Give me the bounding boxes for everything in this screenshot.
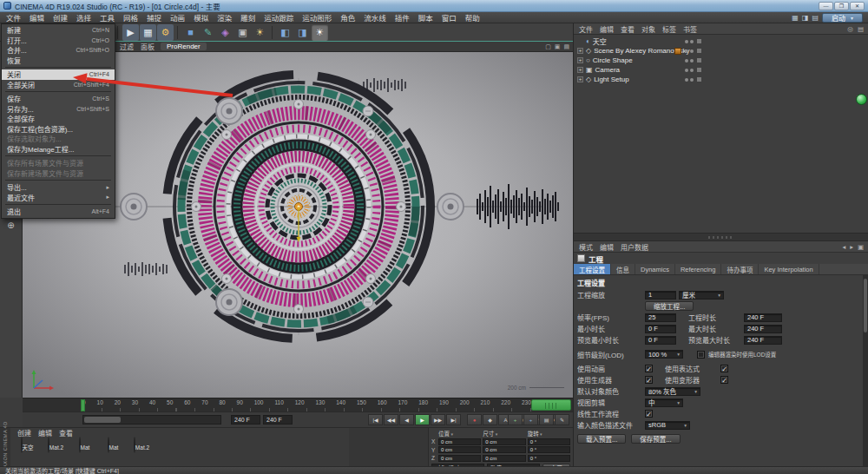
toolbar-separator[interactable] bbox=[177, 26, 178, 39]
menubar-item[interactable]: 运动图形 bbox=[298, 12, 336, 23]
menubar-item[interactable]: 插件 bbox=[391, 12, 414, 23]
goto-start-button[interactable]: |◀ bbox=[368, 414, 383, 425]
expand-toggle[interactable]: + bbox=[577, 76, 583, 82]
lod-editor-checkbox[interactable] bbox=[697, 351, 705, 359]
add-cube-button[interactable]: ■ bbox=[182, 24, 199, 41]
om-filter-icon[interactable]: ▤ bbox=[858, 25, 864, 33]
position-field[interactable]: 0 cm bbox=[438, 455, 481, 462]
object-name[interactable]: Circle Shape bbox=[593, 56, 633, 64]
save-preset-button[interactable]: 保存预置... bbox=[631, 434, 680, 444]
viewport-menu-item[interactable]: 面板 bbox=[137, 42, 158, 51]
preview-range-handle[interactable] bbox=[531, 399, 571, 411]
am-history-forward-icon[interactable]: ▸ bbox=[850, 243, 853, 251]
play-button[interactable]: ▶ bbox=[415, 414, 430, 425]
use-expressions-checkbox[interactable] bbox=[720, 365, 728, 372]
file-menu-item[interactable]: 新建 Ctrl+N bbox=[2, 25, 115, 36]
om-menu-item[interactable]: 书签 bbox=[680, 24, 700, 34]
use-animation-checkbox[interactable] bbox=[645, 365, 653, 372]
visibility-dots[interactable] bbox=[685, 78, 694, 82]
layout-a-icon[interactable]: ◨ bbox=[802, 14, 809, 22]
viewport-toggle-icon[interactable]: ▢ bbox=[545, 43, 551, 50]
display-mode-a-button[interactable]: ◧ bbox=[277, 24, 293, 41]
display-mode-b-button[interactable]: ◨ bbox=[294, 24, 311, 41]
expand-toggle[interactable]: + bbox=[577, 67, 583, 73]
enable-toggle[interactable] bbox=[697, 68, 701, 72]
om-search-icon[interactable]: ◎ bbox=[847, 25, 853, 33]
rotation-field[interactable]: 0 ° bbox=[528, 455, 570, 462]
am-menu-item[interactable]: 用户数据 bbox=[617, 242, 652, 252]
file-menu-item[interactable]: 保存选取对象为... bbox=[2, 134, 115, 144]
om-menu-item[interactable]: 查看 bbox=[617, 24, 638, 34]
file-menu-item[interactable]: 另存为... Ctrl+Shift+S bbox=[2, 104, 115, 115]
visibility-dots[interactable] bbox=[685, 59, 694, 63]
material-swatch[interactable]: Mat.2 bbox=[129, 438, 154, 453]
size-field[interactable]: 0 cm bbox=[483, 438, 525, 445]
scale-project-button[interactable]: 缩放工程... bbox=[645, 301, 694, 311]
menubar-item[interactable]: 流水线 bbox=[359, 12, 391, 23]
file-menu-item[interactable] bbox=[5, 204, 111, 205]
file-menu-item[interactable] bbox=[5, 91, 111, 92]
render-view-button[interactable]: ▶ bbox=[122, 24, 139, 41]
attribute-scrollbar[interactable] bbox=[863, 275, 868, 466]
record-keyframe-button[interactable]: ● bbox=[467, 414, 482, 425]
material-menu-item[interactable]: 查看 bbox=[56, 428, 76, 438]
green-sphere-icon[interactable] bbox=[856, 94, 867, 105]
object-row[interactable]: ◐ 天空 bbox=[574, 36, 868, 46]
am-menu-item[interactable]: 模式 bbox=[575, 242, 596, 252]
toolbar-separator[interactable] bbox=[117, 26, 118, 39]
panel-splitter[interactable] bbox=[574, 233, 868, 241]
material-swatch[interactable]: Mat bbox=[72, 438, 96, 453]
coordinate-column-header[interactable]: 位置 bbox=[438, 429, 481, 438]
menubar-item[interactable]: 角色 bbox=[336, 12, 359, 23]
file-menu-item[interactable] bbox=[5, 155, 111, 156]
render-region-button[interactable]: ▦ bbox=[140, 24, 156, 41]
material-swatch[interactable]: Mat.2 bbox=[43, 438, 68, 453]
close-button[interactable]: ✕ bbox=[850, 2, 865, 10]
view-clipping-dropdown[interactable]: 中 bbox=[645, 398, 683, 407]
object-name[interactable]: Light Setup bbox=[594, 76, 628, 83]
camera-tool-button[interactable]: ▣ bbox=[234, 24, 251, 41]
material-swatch[interactable]: Mat bbox=[101, 438, 125, 453]
expand-toggle[interactable]: + bbox=[577, 48, 583, 54]
toolbar-separator[interactable] bbox=[272, 26, 273, 39]
playhead[interactable] bbox=[81, 399, 85, 411]
position-field[interactable]: 0 cm bbox=[438, 446, 481, 453]
min-time-field[interactable]: 0 F bbox=[645, 325, 676, 333]
enable-toggle[interactable] bbox=[697, 49, 701, 53]
load-preset-button[interactable]: 载入预置... bbox=[577, 434, 626, 444]
attribute-tab[interactable]: Dynamics bbox=[635, 264, 675, 274]
attribute-tab[interactable]: Key Interpolation bbox=[759, 264, 819, 274]
add-region-button[interactable]: + bbox=[523, 414, 538, 425]
file-menu-item[interactable] bbox=[5, 180, 111, 181]
minimize-button[interactable]: — bbox=[819, 2, 833, 10]
visibility-dots[interactable] bbox=[685, 69, 694, 72]
file-menu-item[interactable]: 全部保存 bbox=[2, 114, 115, 124]
light-tool-button[interactable]: ☀ bbox=[252, 24, 268, 41]
position-field[interactable]: 0 cm bbox=[438, 438, 481, 445]
object-row[interactable]: + ◇ Light Setup bbox=[574, 75, 868, 84]
use-generators-checkbox[interactable] bbox=[645, 376, 653, 384]
lamp-button[interactable]: ☀ bbox=[312, 24, 328, 41]
object-row[interactable]: + ◇ Scene By Alexey Romanowsky bbox=[574, 46, 868, 56]
next-frame-button[interactable]: ▶▶ bbox=[431, 414, 445, 425]
default-object-color-dropdown[interactable]: 80% 灰色 bbox=[645, 387, 700, 396]
layout-switcher[interactable]: 启动 bbox=[822, 13, 863, 23]
edit-keys-button[interactable]: ✎ bbox=[555, 414, 569, 425]
menubar-item[interactable]: 帮助 bbox=[461, 12, 484, 23]
menubar-item[interactable]: 渲染 bbox=[213, 12, 236, 23]
file-menu-item[interactable]: 打开... Ctrl+O bbox=[2, 36, 115, 46]
file-menu-item[interactable]: 保存 Ctrl+S bbox=[2, 94, 115, 104]
project-scale-field[interactable]: 1 bbox=[645, 291, 676, 300]
file-menu-item[interactable]: 保存所有场景文件与资源 bbox=[2, 158, 115, 168]
am-menu-item[interactable]: 编辑 bbox=[596, 242, 617, 252]
viewport-menu-icon[interactable]: ▤ bbox=[563, 43, 569, 50]
am-history-back-icon[interactable]: ◂ bbox=[842, 243, 845, 251]
attribute-tab[interactable]: 工程设置 bbox=[574, 264, 611, 274]
prev-frame-button[interactable]: ◀ bbox=[399, 414, 414, 425]
om-menu-item[interactable]: 标签 bbox=[659, 24, 680, 34]
project-scale-unit-dropdown[interactable]: 厘米 bbox=[679, 291, 724, 300]
goto-end-button[interactable]: ▶| bbox=[446, 414, 461, 425]
file-menu-item[interactable] bbox=[5, 67, 111, 68]
viewport-menu-item[interactable]: 过滤 bbox=[116, 42, 137, 51]
project-duration-field[interactable]: 240 F bbox=[744, 313, 782, 322]
